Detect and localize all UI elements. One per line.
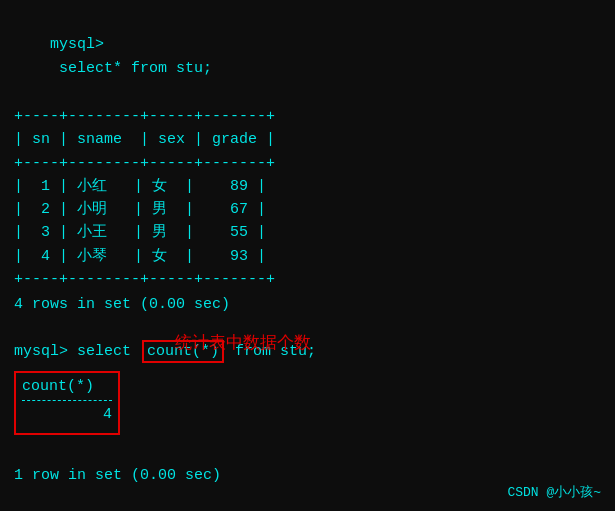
table-row-3: | 3 | 小王 | 男 | 55 |: [14, 221, 601, 244]
query1-line: mysql> select* from stu;: [14, 10, 601, 103]
prompt1: mysql>: [50, 36, 104, 53]
spacer2: [14, 441, 601, 464]
rows-info-1: 4 rows in set (0.00 sec): [14, 293, 601, 316]
table-border-top: +----+--------+-----+-------+: [14, 105, 601, 128]
watermark: CSDN @小小孩~: [507, 483, 601, 501]
result-table: +----+--------+-----+-------+ | sn | sna…: [14, 105, 601, 291]
terminal: mysql> select* from stu; +----+--------+…: [0, 0, 615, 511]
table-row-4: | 4 | 小琴 | 女 | 93 |: [14, 245, 601, 268]
query2-before: select: [77, 340, 140, 363]
table-border-bottom: +----+--------+-----+-------+: [14, 268, 601, 291]
table-row-1: | 1 | 小红 | 女 | 89 |: [14, 175, 601, 198]
count-result-area: count(*) 4: [14, 367, 601, 435]
result-col-value: 4: [22, 403, 112, 426]
prompt2-inline: mysql>: [14, 340, 77, 363]
result-col-header: count(*): [22, 375, 112, 401]
annotation-text: 统计表中数据个数: [175, 330, 311, 356]
table-header-row: | sn | sname | sex | grade |: [14, 128, 601, 151]
count-result-box: count(*) 4: [14, 371, 120, 435]
query1-text: select* from stu;: [50, 60, 212, 77]
table-border-mid: +----+--------+-----+-------+: [14, 152, 601, 175]
table-row-2: | 2 | 小明 | 男 | 67 |: [14, 198, 601, 221]
